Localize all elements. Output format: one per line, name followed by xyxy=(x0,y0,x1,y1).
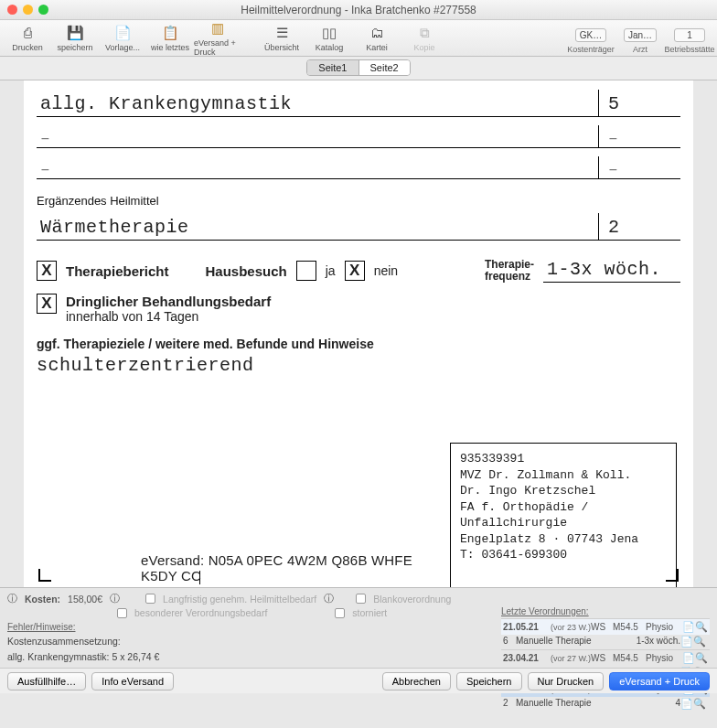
save-button[interactable]: 💾speichern xyxy=(51,25,99,52)
cost-line-1: allg. Krankengymnastik: 5 x 26,74 € xyxy=(7,651,159,662)
erg-label: Ergänzendes Heilmittel xyxy=(37,194,680,208)
hausbesuch-nein-checkbox[interactable]: X xyxy=(345,261,365,281)
kosten-label: Kosten: xyxy=(25,594,60,605)
heilmittel-value[interactable]: allg. Krankengymnastik xyxy=(37,90,598,116)
heilmittel-count[interactable]: 5 xyxy=(598,90,680,116)
heilmittel-row3-count[interactable]: – xyxy=(598,156,680,178)
heilmittel-row3[interactable]: – xyxy=(37,156,598,178)
print-only-button[interactable]: Nur Drucken xyxy=(528,672,605,691)
search-icon[interactable]: 🔍 xyxy=(693,636,706,648)
prescription-subrow: 6Manuelle Therapie1-3x wöch. 📄 🔍 xyxy=(501,635,710,649)
doc-icon[interactable]: 📄 xyxy=(682,621,695,633)
info-icon[interactable]: ⓘ xyxy=(110,592,120,605)
save-icon: 💾 xyxy=(66,25,84,41)
tab-seite1[interactable]: Seite1 xyxy=(307,60,358,75)
catalog-button[interactable]: ▯▯Katalog xyxy=(305,25,353,52)
barcode-icon: ▥ xyxy=(209,20,227,37)
eversand-button[interactable]: ▥eVersand + Druck xyxy=(194,20,241,57)
dringlich-checkbox[interactable]: X xyxy=(37,294,57,314)
kosten-value: 158,00€ xyxy=(68,594,102,605)
prescription-row[interactable]: 23.04.21(vor 27 W.)WSM54.5Physio 📄 🔍 xyxy=(501,649,710,666)
template-button[interactable]: 📄Vorlage... xyxy=(99,25,146,52)
overview-button[interactable]: ☰Übersicht xyxy=(258,25,305,52)
eversand-print-button[interactable]: eVersand + Druck xyxy=(609,672,710,691)
longterm-checkbox[interactable] xyxy=(145,594,155,604)
doctor-stamp: 935339391 MVZ Dr. Zollmann & Koll. Dr. I… xyxy=(450,443,677,587)
template-icon: 📄 xyxy=(113,25,132,41)
dringlich-text: Dringlicher Behandlungsbedarf innerhalb … xyxy=(66,294,271,324)
cancel-button[interactable]: Abbrechen xyxy=(382,672,451,691)
info-icon[interactable]: ⓘ xyxy=(324,592,334,605)
window-title: Heilmittelverordnung - Inka Bratchenko #… xyxy=(0,4,717,16)
frequenz-value[interactable]: 1-3x wöch. xyxy=(543,259,680,283)
goals-value[interactable]: schulterzentrierend xyxy=(37,355,680,376)
search-icon[interactable]: 🔍 xyxy=(695,652,708,664)
tab-seite2[interactable]: Seite2 xyxy=(358,60,410,75)
search-icon[interactable]: 🔍 xyxy=(695,621,708,633)
therapiebericht-checkbox[interactable]: X xyxy=(37,261,57,281)
doc-icon[interactable]: 📄 xyxy=(680,698,693,710)
copy-button: ⧉Kopie xyxy=(401,25,448,52)
doc-icon[interactable]: 📄 xyxy=(682,652,695,664)
storniert-checkbox[interactable] xyxy=(335,608,345,618)
text-cursor-icon xyxy=(199,571,200,584)
erg-count[interactable]: 2 xyxy=(598,213,680,240)
goals-label: ggf. Therapieziele / weitere med. Befund… xyxy=(37,337,680,351)
site-select[interactable]: 1Betriebsstätte xyxy=(666,28,713,54)
hausbesuch-label: Hausbesuch xyxy=(206,263,287,279)
nein-label: nein xyxy=(374,263,398,278)
crop-mark-icon xyxy=(666,569,679,582)
besonderer-checkbox[interactable] xyxy=(117,608,127,618)
heilmittel-row2[interactable]: – xyxy=(37,125,598,147)
print-button[interactable]: ⎙Drucken xyxy=(4,25,51,52)
payer-select[interactable]: GK…Kostenträger xyxy=(567,28,615,54)
page-tabs: Seite1 Seite2 xyxy=(0,57,717,80)
recent-header: Letzte Verordnungen: xyxy=(501,606,710,616)
info-icon[interactable]: ⓘ xyxy=(7,592,17,605)
catalog-icon: ▯▯ xyxy=(320,25,338,41)
folder-icon: 🗂 xyxy=(368,25,386,41)
hausbesuch-ja-checkbox[interactable] xyxy=(296,261,316,281)
doctor-select[interactable]: Jan…Arzt xyxy=(616,28,664,54)
prescription-form: allg. Krankengymnastik 5 – – – – Ergänze… xyxy=(24,80,693,587)
bottom-panel: ⓘ Kosten: 158,00€ ⓘ Langfristig genehm. … xyxy=(0,587,717,693)
list-icon: ☰ xyxy=(273,25,291,41)
blank-label: Blankoverordnung xyxy=(373,594,451,605)
erg-value[interactable]: Wärmetherapie xyxy=(37,213,598,240)
eversand-code[interactable]: eVersand: N05A 0PEC 4W2M Q86B WHFE K5DY … xyxy=(128,536,448,587)
prescription-row[interactable]: 21.05.21(vor 23 W.)WSM54.5Physio 📄 🔍 xyxy=(501,618,710,635)
info-eversand-button[interactable]: Info eVersand xyxy=(91,672,174,691)
heilmittel-row2-count[interactable]: – xyxy=(598,125,680,147)
crop-mark-icon xyxy=(38,569,51,582)
besonderer-label: besonderer Verordnungsbedarf xyxy=(134,607,267,618)
cost-breakdown-label: Kostenzusammensetzung: xyxy=(7,636,121,647)
storniert-label: storniert xyxy=(352,607,387,618)
copy-icon: ⧉ xyxy=(415,25,433,41)
repeat-icon: 📋 xyxy=(161,25,179,41)
ja-label: ja xyxy=(326,263,336,278)
fill-help-button[interactable]: Ausfüllhilfe… xyxy=(7,672,86,691)
action-bar: Ausfüllhilfe… Info eVersand Abbrechen Sp… xyxy=(0,668,717,693)
printer-icon: ⎙ xyxy=(18,25,37,41)
like-last-button[interactable]: 📋wie letztes xyxy=(146,25,194,52)
recent-prescriptions: Letzte Verordnungen: 21.05.21(vor 23 W.)… xyxy=(501,606,710,712)
kartei-button[interactable]: 🗂Kartei xyxy=(353,25,401,52)
window-titlebar: Heilmittelverordnung - Inka Bratchenko #… xyxy=(0,0,717,20)
longterm-label: Langfristig genehm. Heilmittelbedarf xyxy=(163,594,316,605)
prescription-subrow: 2Manuelle Therapie4 📄 🔍 xyxy=(501,697,710,712)
search-icon[interactable]: 🔍 xyxy=(693,698,706,710)
therapiebericht-label: Therapiebericht xyxy=(66,263,169,279)
toolbar: ⎙Drucken 💾speichern 📄Vorlage... 📋wie let… xyxy=(0,20,717,57)
doc-icon[interactable]: 📄 xyxy=(680,636,693,648)
save-button[interactable]: Speichern xyxy=(456,672,522,691)
blank-checkbox[interactable] xyxy=(356,594,366,604)
frequenz-label: Therapie- frequenz xyxy=(485,259,534,282)
